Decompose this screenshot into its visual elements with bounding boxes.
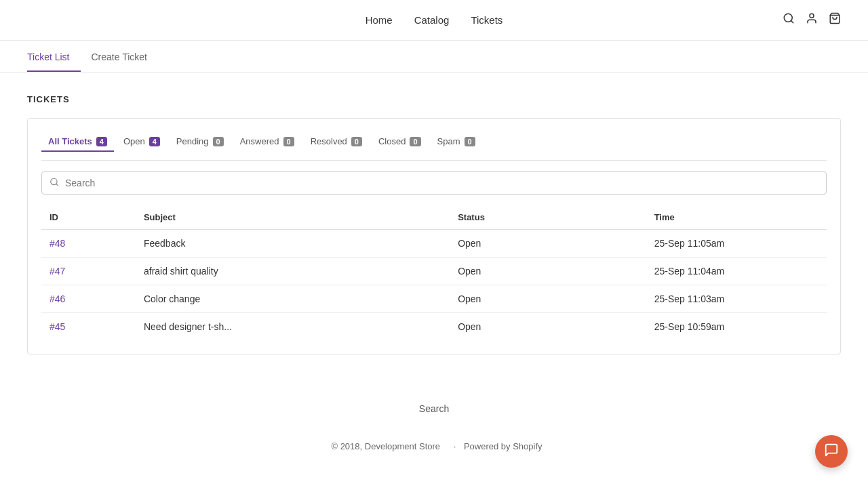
cell-id: #48 — [41, 230, 136, 258]
cell-subject: afraid shirt quality — [136, 258, 450, 285]
nav-home[interactable]: Home — [366, 14, 393, 26]
header-icons — [570, 12, 841, 28]
filter-spam-badge: 0 — [465, 137, 475, 146]
filter-tabs: All Tickets 4 Open 4 Pending 0 Answered … — [41, 132, 827, 161]
svg-line-1 — [791, 20, 793, 22]
header: Home Catalog Tickets — [0, 0, 868, 41]
filter-spam-label: Spam — [437, 136, 460, 146]
col-header-status: Status — [450, 205, 646, 230]
cell-status: Open — [450, 285, 646, 313]
ticket-table: ID Subject Status Time #48 Feedback Open… — [41, 205, 827, 340]
table-row: #46 Color change Open 25-Sep 11:03am — [41, 285, 827, 313]
filter-resolved-label: Resolved — [311, 136, 347, 146]
table-row: #45 Need designer t-sh... Open 25-Sep 10… — [41, 313, 827, 341]
filter-open[interactable]: Open 4 — [117, 132, 167, 152]
footer-copyright: © 2018, Development Store — [331, 441, 440, 451]
cell-time: 25-Sep 11:03am — [646, 285, 827, 313]
filter-spam[interactable]: Spam 0 — [431, 132, 482, 152]
svg-line-5 — [56, 184, 58, 186]
search-input[interactable] — [41, 171, 827, 195]
filter-pending[interactable]: Pending 0 — [170, 132, 231, 152]
nav-catalog[interactable]: Catalog — [414, 14, 450, 26]
footer: © 2018, Development Store · Powered by S… — [0, 428, 868, 479]
filter-open-badge: 4 — [149, 137, 160, 146]
filter-answered[interactable]: Answered 0 — [233, 132, 301, 152]
nav-tickets[interactable]: Tickets — [471, 14, 502, 26]
table-body: #48 Feedback Open 25-Sep 11:05am #47 afr… — [41, 230, 827, 341]
ticket-panel: All Tickets 4 Open 4 Pending 0 Answered … — [27, 118, 841, 354]
cell-time: 25-Sep 11:05am — [646, 230, 827, 258]
main-nav: Home Catalog Tickets — [298, 14, 570, 26]
search-icon[interactable] — [783, 12, 795, 28]
cell-id: #45 — [41, 313, 136, 341]
col-header-id: ID — [41, 205, 136, 230]
filter-closed-label: Closed — [378, 136, 406, 146]
filter-pending-label: Pending — [176, 136, 209, 146]
table-row: #48 Feedback Open 25-Sep 11:05am — [41, 230, 827, 258]
ticket-link[interactable]: #45 — [50, 321, 65, 332]
main-content: TICKETS All Tickets 4 Open 4 Pending 0 A… — [0, 73, 868, 376]
ticket-link[interactable]: #46 — [50, 293, 65, 304]
filter-answered-label: Answered — [240, 136, 279, 146]
footer-search-label: Search — [419, 403, 449, 414]
cell-id: #47 — [41, 258, 136, 285]
table-header: ID Subject Status Time — [41, 205, 827, 230]
filter-all-label: All Tickets — [48, 136, 92, 146]
cell-status: Open — [450, 258, 646, 285]
search-wrapper — [41, 171, 827, 195]
search-icon-inside — [50, 178, 59, 189]
cell-time: 25-Sep 11:04am — [646, 258, 827, 285]
tab-create-ticket[interactable]: Create Ticket — [92, 41, 158, 72]
page-tabs: Ticket List Create Ticket — [0, 41, 868, 73]
table-row: #47 afraid shirt quality Open 25-Sep 11:… — [41, 258, 827, 285]
cell-status: Open — [450, 230, 646, 258]
cart-icon[interactable] — [829, 12, 841, 28]
filter-all-tickets[interactable]: All Tickets 4 — [41, 132, 114, 152]
chat-icon — [824, 443, 839, 461]
cell-time: 25-Sep 10:59am — [646, 313, 827, 341]
filter-closed-badge: 0 — [410, 137, 420, 146]
cell-subject: Feedback — [136, 230, 450, 258]
cell-status: Open — [450, 313, 646, 341]
cell-id: #46 — [41, 285, 136, 313]
user-icon[interactable] — [806, 12, 818, 28]
filter-resolved-badge: 0 — [351, 137, 362, 146]
filter-resolved[interactable]: Resolved 0 — [304, 132, 369, 152]
cell-subject: Need designer t-sh... — [136, 313, 450, 341]
cell-subject: Color change — [136, 285, 450, 313]
filter-pending-badge: 0 — [213, 137, 224, 146]
filter-answered-badge: 0 — [283, 137, 294, 146]
ticket-link[interactable]: #48 — [50, 238, 65, 249]
footer-search: Search — [0, 376, 868, 428]
footer-separator: · — [454, 441, 458, 451]
section-title: TICKETS — [27, 94, 841, 104]
svg-point-2 — [810, 14, 814, 18]
chat-bubble[interactable] — [815, 435, 848, 468]
filter-all-badge: 4 — [96, 137, 107, 146]
filter-open-label: Open — [123, 136, 145, 146]
col-header-time: Time — [646, 205, 827, 230]
footer-powered[interactable]: Powered by Shopify — [464, 441, 542, 451]
filter-closed[interactable]: Closed 0 — [372, 132, 428, 152]
col-header-subject: Subject — [136, 205, 450, 230]
ticket-link[interactable]: #47 — [50, 266, 65, 277]
tab-ticket-list[interactable]: Ticket List — [27, 41, 81, 72]
